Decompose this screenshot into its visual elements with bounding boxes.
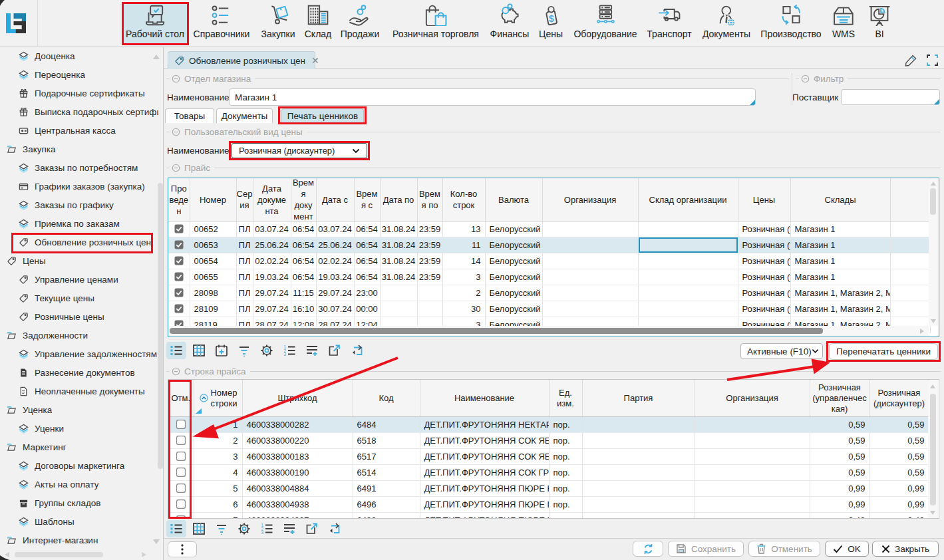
- svg-text:$: $: [549, 13, 554, 24]
- svg-text:3: 3: [261, 530, 264, 535]
- svg-text:3: 3: [284, 352, 287, 356]
